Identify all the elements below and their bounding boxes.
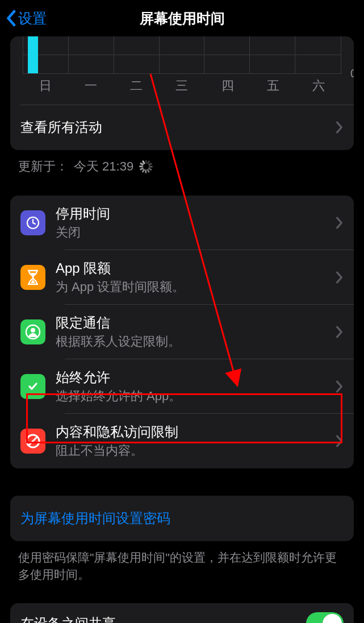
loading-spinner-icon xyxy=(139,160,153,173)
share-toggle[interactable] xyxy=(306,612,344,623)
usage-chart-group: 0 日一二三四五六 查看所有活动 xyxy=(10,36,354,150)
chevron-right-icon xyxy=(336,271,344,284)
limits-group: 停用时间关闭App 限额为 App 设置时间限额。限定通信根据联系人设定限制。始… xyxy=(10,196,354,468)
always-allowed-row[interactable]: 始终允许选择始终允许的 App。 xyxy=(10,359,354,414)
passcode-group: 为屏幕使用时间设置密码 xyxy=(10,496,354,541)
row-title: 停用时间 xyxy=(56,205,325,223)
set-passcode-label: 为屏幕使用时间设置密码 xyxy=(20,509,170,528)
contact-icon xyxy=(20,319,45,344)
chart-x-label: 三 xyxy=(159,77,204,94)
chevron-right-icon xyxy=(336,326,344,338)
communication-limits-row[interactable]: 限定通信根据联系人设定限制。 xyxy=(10,305,354,359)
updated-at: 更新于： 今天 21:39 xyxy=(18,158,346,175)
chevron-right-icon xyxy=(336,380,344,393)
row-title: 始终允许 xyxy=(56,368,325,387)
share-group: 在设备之间共享 xyxy=(10,603,354,623)
row-subtitle: 关闭 xyxy=(56,224,325,241)
toggle-knob xyxy=(323,614,342,623)
row-subtitle: 选择始终允许的 App。 xyxy=(56,388,325,405)
clock-icon xyxy=(20,210,45,235)
chart-x-label: 日 xyxy=(23,77,68,94)
chevron-left-icon xyxy=(6,10,16,27)
app-limits-row[interactable]: App 限额为 App 设置时间限额。 xyxy=(10,250,354,305)
chart-x-label: 四 xyxy=(205,77,250,94)
chart-x-label: 六 xyxy=(296,77,341,94)
updated-value: 今天 21:39 xyxy=(74,158,133,175)
content-privacy-row[interactable]: 内容和隐私访问限制阻止不当内容。 xyxy=(10,414,354,468)
chart-bar xyxy=(28,36,38,73)
set-passcode-row[interactable]: 为屏幕使用时间设置密码 xyxy=(10,496,354,541)
row-subtitle: 根据联系人设定限制。 xyxy=(56,333,325,350)
chart-x-label: 二 xyxy=(114,77,159,94)
chart-x-label: 一 xyxy=(68,77,114,94)
chevron-right-icon xyxy=(336,435,344,447)
share-across-devices-row[interactable]: 在设备之间共享 xyxy=(10,603,354,623)
svg-point-2 xyxy=(31,328,35,333)
back-label: 设置 xyxy=(18,9,47,28)
prohibit-icon xyxy=(20,429,45,454)
chevron-right-icon xyxy=(336,217,344,229)
row-title: 内容和隐私访问限制 xyxy=(56,423,325,441)
see-all-activity-row[interactable]: 查看所有活动 xyxy=(10,105,354,150)
share-label: 在设备之间共享 xyxy=(20,614,296,623)
chevron-right-icon xyxy=(336,121,344,134)
chart-x-label: 五 xyxy=(250,77,296,94)
passcode-footer: 使用密码保障"屏幕使用时间"的设置，并在达到限额时允许更多使用时间。 xyxy=(18,549,346,584)
updated-prefix: 更新于： xyxy=(18,158,68,175)
page-title: 屏幕使用时间 xyxy=(0,9,364,28)
see-all-label: 查看所有活动 xyxy=(20,118,325,136)
row-subtitle: 为 App 设置时间限额。 xyxy=(56,279,325,296)
chart-zero-label: 0 xyxy=(350,67,354,80)
row-subtitle: 阻止不当内容。 xyxy=(56,442,325,459)
back-button[interactable]: 设置 xyxy=(0,9,47,28)
downtime-row[interactable]: 停用时间关闭 xyxy=(10,196,354,250)
row-title: 限定通信 xyxy=(56,314,325,332)
hourglass-icon xyxy=(20,265,45,290)
shield-check-icon xyxy=(20,374,45,399)
row-title: App 限额 xyxy=(56,259,325,277)
svg-line-4 xyxy=(28,437,37,446)
usage-chart: 0 日一二三四五六 xyxy=(10,36,354,94)
nav-bar: 设置 屏幕使用时间 xyxy=(0,0,364,36)
